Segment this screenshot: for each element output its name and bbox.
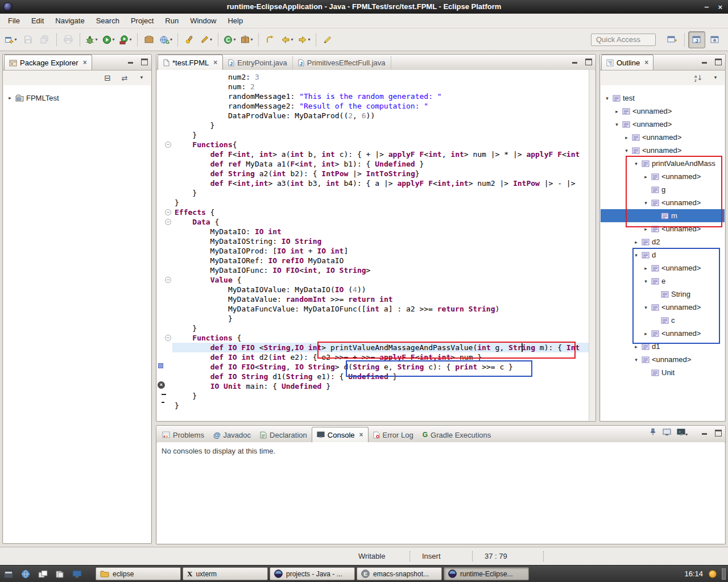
maximize-view-button[interactable] <box>141 59 148 65</box>
close-icon[interactable]: × <box>213 59 217 66</box>
collapse-all-button[interactable]: ⊟ <box>102 72 113 84</box>
overview-ruler[interactable] <box>589 70 595 421</box>
menu-window[interactable]: Window <box>184 14 222 28</box>
close-button[interactable]: × <box>718 2 722 12</box>
taskbar-button-eclipse[interactable]: eclipse <box>96 567 181 580</box>
outline-node-unnamed[interactable]: ▾<unnamed> <box>601 353 725 366</box>
expand-arrow-icon[interactable]: ▾ <box>633 161 639 167</box>
notification-icon[interactable] <box>709 570 717 578</box>
run-button[interactable]: ▾ <box>100 32 117 48</box>
expand-arrow-icon[interactable]: ▸ <box>623 135 630 140</box>
menu-run[interactable]: Run <box>159 14 184 28</box>
pin-console-button[interactable] <box>649 428 657 438</box>
dropdown-arrow-icon[interactable]: ▾ <box>95 37 97 42</box>
run-external-button[interactable]: ▾ <box>117 32 134 48</box>
code-line[interactable]: } <box>172 401 589 410</box>
mark-occurrences-button[interactable] <box>319 32 336 48</box>
close-icon[interactable]: × <box>644 59 648 66</box>
code-line[interactable]: IO Unit main: { Undefined } <box>172 381 589 391</box>
plugin-perspective-button[interactable] <box>706 31 723 48</box>
menu-file[interactable]: File <box>2 14 26 28</box>
code-line[interactable]: } <box>172 188 589 198</box>
debug-button[interactable]: ▾ <box>83 32 100 48</box>
editor-tab-test-fpml[interactable]: *test.FPML× <box>158 55 223 70</box>
minimize-view-button[interactable] <box>701 430 708 436</box>
expand-arrow-icon[interactable]: ▾ <box>643 200 649 206</box>
code-line[interactable]: MyDataIOString: IO String <box>172 236 589 246</box>
minimize-view-button[interactable] <box>701 59 708 65</box>
code-line[interactable]: } <box>172 323 589 333</box>
expand-arrow-icon[interactable]: ▸ <box>633 239 639 245</box>
new-package-button[interactable]: ▾ <box>238 32 255 48</box>
forward-button[interactable]: ▾ <box>296 32 313 48</box>
minimize-view-button[interactable] <box>127 59 134 65</box>
tab-problems[interactable]: Problems <box>158 427 209 442</box>
dropdown-arrow-icon[interactable]: ▾ <box>210 37 212 42</box>
tab-javadoc[interactable]: @Javadoc <box>209 427 255 442</box>
sort-button[interactable]: az <box>693 72 704 84</box>
fold-collapse-icon[interactable]: − <box>165 219 171 225</box>
expand-arrow-icon[interactable]: ▸ <box>643 174 649 180</box>
outline-node-c[interactable]: c <box>601 314 725 327</box>
code-line[interactable]: num2: 3 <box>172 72 589 82</box>
code-line[interactable]: Functions { <box>172 333 589 343</box>
code-line[interactable]: def String a2(int b2): { IntPow |> IntTo… <box>172 169 589 178</box>
expand-arrow-icon[interactable]: ▾ <box>643 305 649 310</box>
editor-tab-entrypoint-java[interactable]: JEntryPoint.java <box>223 56 292 70</box>
code-line[interactable]: randomMessage2: "Result of the computati… <box>172 101 589 111</box>
outline-node-unit[interactable]: Unit <box>601 366 725 379</box>
code-line[interactable]: def IO FIO <String,IO int> printValueAnd… <box>172 343 589 352</box>
menu-navigate[interactable]: Navigate <box>49 14 90 28</box>
tab-declaration[interactable]: Declaration <box>255 427 312 442</box>
gradle-task-button[interactable]: G▾ <box>158 32 175 48</box>
code-line[interactable]: } <box>172 130 589 140</box>
last-edit-button[interactable] <box>262 32 279 48</box>
code-line[interactable]: } <box>172 391 589 401</box>
code-line[interactable]: Effects { <box>172 207 589 217</box>
editor-tab-primitiveseffectfull-java[interactable]: JPrimitivesEffectFull.java <box>293 56 391 70</box>
menu-help[interactable]: Help <box>222 14 249 28</box>
outline-node-string[interactable]: String <box>601 288 725 301</box>
outline-node-unnamed[interactable]: ▸<unnamed> <box>601 170 725 183</box>
outline-node-unnamed[interactable]: ▸<unnamed> <box>601 327 725 340</box>
expand-arrow-icon[interactable]: ▸ <box>614 109 620 114</box>
code-line[interactable]: MyDataIOFunc: IO FIO<int, IO String> <box>172 265 589 275</box>
code-line[interactable]: MyDataFuncValue: MyDataIOFunc([int a] : … <box>172 304 589 314</box>
outline-node-unnamed[interactable]: ▸<unnamed> <box>601 261 725 275</box>
outline-node-unnamed[interactable]: ▸<unnamed> <box>601 222 725 235</box>
tree-item-fpmltest[interactable]: ▸FPMLTest <box>3 92 151 104</box>
code-line[interactable]: MyDataIO: IO int <box>172 227 589 236</box>
expand-arrow-icon[interactable]: ▸ <box>633 344 639 350</box>
taskbar-button-emacs-snapshot[interactable]: Eemacs-snapshot... <box>357 567 442 580</box>
expand-arrow-icon[interactable]: ▾ <box>633 357 639 363</box>
expand-arrow-icon[interactable]: ▾ <box>633 252 639 258</box>
code-line[interactable]: } <box>172 198 589 207</box>
expand-arrow-icon[interactable]: ▾ <box>643 278 649 284</box>
maximize-view-button[interactable] <box>715 430 722 436</box>
outline-node-d1[interactable]: ▸d1 <box>601 340 725 353</box>
code-line[interactable]: randomMessage1: "This is the random gene… <box>172 92 589 101</box>
outline-node-unnamed[interactable]: ▾<unnamed> <box>601 118 725 131</box>
fold-collapse-icon[interactable]: − <box>165 277 171 283</box>
expand-arrow-icon[interactable]: ▾ <box>623 148 630 153</box>
outline-node-d2[interactable]: ▸d2 <box>601 235 725 248</box>
code-line[interactable]: Value { <box>172 275 589 285</box>
code-line[interactable]: MyDataIOProd: [IO int + IO int] <box>172 246 589 256</box>
files-launcher[interactable] <box>53 567 67 581</box>
dropdown-arrow-icon[interactable]: ▾ <box>685 432 688 437</box>
new-java-project-button[interactable] <box>140 32 158 48</box>
open-console-button[interactable]: >_▾ <box>677 428 688 438</box>
code-line[interactable]: def IO int d2(int e2): { e2 >>= + >>= ap… <box>172 352 589 362</box>
minimize-button[interactable]: – <box>705 2 709 12</box>
outline-node-m[interactable]: m <box>601 209 725 222</box>
taskbar-button-uxterm[interactable]: Xuxterm <box>183 567 268 580</box>
outline-node-d[interactable]: ▾d <box>601 248 725 261</box>
outline-node-unnamed[interactable]: ▾<unnamed> <box>601 144 725 157</box>
tab-error-log[interactable]: Error Log <box>369 427 418 442</box>
expand-arrow-icon[interactable]: ▾ <box>614 122 620 127</box>
code-line[interactable]: def ref MyData a1(F<int, int> b1): { Und… <box>172 159 589 169</box>
error-marker-icon[interactable]: × <box>158 381 165 389</box>
outline-node-unnamed[interactable]: ▸<unnamed> <box>601 105 725 118</box>
view-menu-button[interactable]: ▼ <box>710 72 721 84</box>
code-line[interactable]: Functions{ <box>172 140 589 149</box>
